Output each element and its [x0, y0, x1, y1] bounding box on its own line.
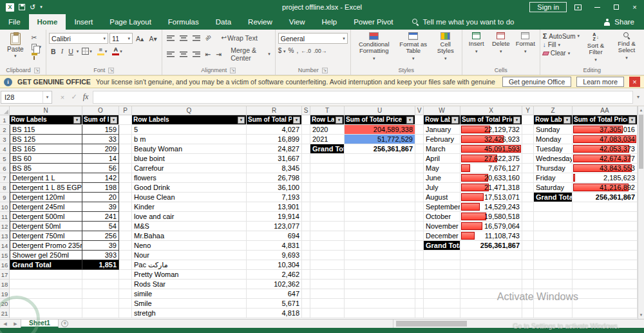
cell-R20[interactable]: 5,671: [247, 299, 302, 309]
cell-Z13[interactable]: [534, 231, 573, 241]
cell-T4[interactable]: Grand Total: [310, 144, 345, 154]
cell-Z3[interactable]: Monday: [534, 135, 573, 144]
cell-V3[interactable]: [415, 135, 424, 144]
cell-U15[interactable]: [345, 251, 415, 260]
minimize-button[interactable]: [588, 0, 607, 14]
cell-P10[interactable]: [119, 202, 132, 212]
column-header-Q[interactable]: Q: [132, 106, 247, 115]
learn-more-button[interactable]: Learn more: [576, 77, 624, 87]
cell-Y14[interactable]: [522, 241, 534, 251]
cell-Q12[interactable]: M&S: [132, 222, 247, 231]
cell-O13[interactable]: 256: [82, 231, 119, 241]
cell-R8[interactable]: 36,100: [247, 183, 302, 193]
ribbon-tab-review[interactable]: Review: [240, 14, 281, 30]
cell-S6[interactable]: [302, 164, 310, 173]
cell-W5[interactable]: April: [424, 154, 460, 164]
cell-R18[interactable]: 102,362: [247, 280, 302, 289]
cell-Y8[interactable]: [522, 183, 534, 193]
cell-W15[interactable]: [424, 251, 460, 260]
cell-X14[interactable]: 256,361,867: [460, 241, 522, 251]
clear-button[interactable]: Clear▾: [543, 50, 580, 57]
cell-Q9[interactable]: House Clean: [132, 193, 247, 202]
cell-R6[interactable]: 8,345: [247, 164, 302, 173]
cell-S5[interactable]: [302, 154, 310, 164]
cell-Q3[interactable]: b m: [132, 135, 247, 144]
cell-N1[interactable]: Row Labels▾: [10, 115, 82, 125]
cell-U5[interactable]: [345, 154, 415, 164]
cell-Y2[interactable]: [522, 125, 534, 135]
cell-AA8[interactable]: 41,216,892: [573, 183, 638, 193]
filter-dropdown-icon[interactable]: ▾: [238, 117, 245, 124]
share-button[interactable]: Share: [603, 14, 644, 30]
cell-Y16[interactable]: [522, 260, 534, 270]
increase-font-icon[interactable]: A▴: [134, 34, 146, 43]
ribbon-tab-view[interactable]: View: [281, 14, 314, 30]
ribbon-tab-page-layout[interactable]: Page Layout: [101, 14, 160, 30]
column-header-Z[interactable]: Z: [534, 106, 573, 115]
fill-button[interactable]: ↓ Fill▾: [543, 41, 580, 48]
cell-W11[interactable]: October: [424, 212, 460, 222]
cell-N18[interactable]: [10, 280, 82, 289]
cell-O11[interactable]: 241: [82, 212, 119, 222]
align-center-icon[interactable]: [178, 51, 189, 58]
cell-N17[interactable]: [10, 270, 82, 280]
cell-W14[interactable]: Grand Total: [424, 241, 460, 251]
cell-W2[interactable]: January: [424, 125, 460, 135]
row-header-15[interactable]: 15: [0, 251, 10, 260]
alignment-dialog-launcher-icon[interactable]: ↘: [230, 68, 236, 73]
row-header-10[interactable]: 10: [0, 202, 10, 212]
cell-T12[interactable]: [310, 222, 345, 231]
cell-V9[interactable]: [415, 193, 424, 202]
ribbon-tab-power-pivot[interactable]: Power Pivot: [345, 14, 401, 30]
cell-N8[interactable]: Detergent 1 L 85 EGP: [10, 183, 82, 193]
cell-P12[interactable]: [119, 222, 132, 231]
restore-button[interactable]: [607, 0, 625, 14]
cell-S9[interactable]: [302, 193, 310, 202]
cell-P1[interactable]: [119, 115, 132, 125]
cell-S3[interactable]: [302, 135, 310, 144]
cell-P13[interactable]: [119, 231, 132, 241]
cell-R5[interactable]: 31,667: [247, 154, 302, 164]
sort-filter-button[interactable]: AZ↓ Sort & Filter▾: [581, 31, 611, 63]
cell-V4[interactable]: [415, 144, 424, 154]
select-all-corner[interactable]: [0, 106, 10, 115]
row-header-5[interactable]: 5: [0, 154, 10, 164]
cell-W3[interactable]: February: [424, 135, 460, 144]
format-painter-button[interactable]: [30, 52, 44, 61]
cell-S17[interactable]: [302, 270, 310, 280]
cell-T20[interactable]: [310, 299, 345, 309]
cell-Q15[interactable]: Nour: [132, 251, 247, 260]
cell-Z15[interactable]: [534, 251, 573, 260]
cell-O15[interactable]: 393: [82, 251, 119, 260]
cell-N9[interactable]: Detergent 120ml: [10, 193, 82, 202]
format-as-table-button[interactable]: Format as Table▾: [396, 31, 431, 62]
cell-X6[interactable]: 7,676,127: [460, 164, 522, 173]
row-header-11[interactable]: 11: [0, 212, 10, 222]
copy-button[interactable]: ▾: [30, 43, 44, 52]
cell-T13[interactable]: [310, 231, 345, 241]
cell-U1[interactable]: Sum of Total Price▾: [345, 115, 415, 125]
scroll-up-icon[interactable]: ▲: [638, 106, 644, 114]
cell-T9[interactable]: [310, 193, 345, 202]
message-bar-close-icon[interactable]: ×: [629, 77, 640, 87]
cell-Z1[interactable]: Row Labels▾: [534, 115, 573, 125]
cell-U11[interactable]: [345, 212, 415, 222]
cell-Y1[interactable]: [522, 115, 534, 125]
cell-R21[interactable]: 4,818: [247, 309, 302, 318]
column-header-O[interactable]: O: [82, 106, 119, 115]
cell-S21[interactable]: [302, 309, 310, 318]
cell-Z18[interactable]: [534, 280, 573, 289]
cell-V10[interactable]: [415, 202, 424, 212]
cell-S14[interactable]: [302, 241, 310, 251]
autosum-button[interactable]: Σ AutoSum▾: [543, 32, 580, 40]
column-header-V[interactable]: V: [415, 106, 424, 115]
cell-U17[interactable]: [345, 270, 415, 280]
cell-Q17[interactable]: Pretty Woman: [132, 270, 247, 280]
cell-O7[interactable]: 142: [82, 173, 119, 183]
cell-N12[interactable]: Detergent 50ml: [10, 222, 82, 231]
percent-style-button[interactable]: %: [289, 47, 294, 54]
cell-P6[interactable]: [119, 164, 132, 173]
row-header-16[interactable]: 16: [0, 260, 10, 270]
cell-Y18[interactable]: [522, 280, 534, 289]
cell-O2[interactable]: 159: [82, 125, 119, 135]
